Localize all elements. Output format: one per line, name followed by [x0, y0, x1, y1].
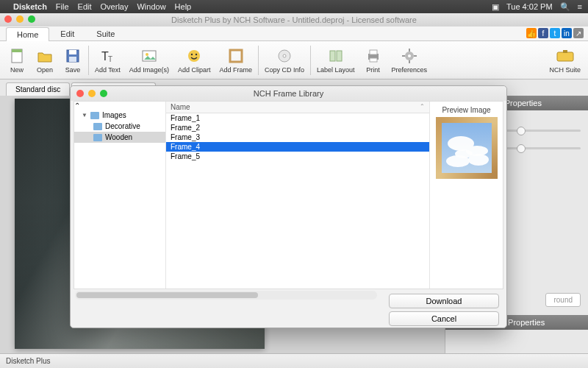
toolbar-copy-cd-info[interactable]: Copy CD Info	[260, 45, 309, 75]
mac-menubar: Disketch File Edit Overlay Window Help ▣…	[0, 0, 588, 13]
toolbar-preferences[interactable]: Preferences	[387, 45, 432, 75]
clock: Tue 4:02 PM	[506, 2, 553, 11]
round-button[interactable]: round	[545, 293, 581, 307]
toolbar-label: NCH Suite	[549, 66, 581, 74]
like-icon[interactable]: 👍	[526, 28, 537, 38]
toolbar-label-layout[interactable]: Label Layout	[312, 45, 359, 75]
preview-label: Preview Image	[442, 106, 490, 114]
toolbar-open[interactable]: Open	[31, 45, 59, 75]
menu-overlay[interactable]: Overlay	[101, 2, 129, 11]
toolbar-new[interactable]: New	[3, 45, 31, 75]
toolbar-label: Add Image(s)	[129, 66, 169, 74]
minimize-icon[interactable]	[16, 15, 24, 23]
tree-sort-icon[interactable]: ⌃	[74, 102, 80, 110]
svg-rect-27	[563, 50, 567, 53]
new-icon	[7, 46, 26, 66]
preview-image	[436, 117, 498, 179]
toolbar-add-clipart[interactable]: Add Clipart	[173, 45, 215, 75]
menu-app[interactable]: Disketch	[13, 2, 47, 11]
toolbar-label: Copy CD Info	[265, 66, 304, 74]
spotlight-icon[interactable]: 🔍	[560, 2, 570, 12]
toolbar-label: Save	[65, 66, 81, 74]
zoom-icon[interactable]	[28, 15, 35, 23]
toolbar-print[interactable]: Print	[359, 45, 387, 75]
ribbon-tab-edit[interactable]: Edit	[49, 26, 85, 40]
social-icons: 👍 f t in ↗	[526, 28, 584, 38]
toolbar-add-frame[interactable]: Add Frame	[215, 45, 257, 75]
open-icon	[35, 46, 54, 66]
toolbar-label: Add Clipart	[178, 66, 211, 74]
clipart-icon	[184, 46, 204, 66]
layout-icon	[326, 46, 345, 66]
save-icon	[63, 46, 82, 66]
tab-standard-disc[interactable]: Standard disc	[6, 82, 70, 96]
list-item[interactable]: Frame_2	[166, 123, 429, 132]
dialog-minimize-icon[interactable]	[88, 90, 96, 97]
print-icon	[364, 46, 383, 66]
svg-text:T: T	[108, 55, 112, 63]
list-item[interactable]: Frame_5	[166, 152, 429, 161]
list-item[interactable]: Frame_3	[166, 132, 429, 142]
tree-item-wooden[interactable]: Wooden	[74, 132, 165, 143]
list-sort-icon[interactable]: ⌃	[420, 103, 425, 111]
linkedin-icon[interactable]: in	[562, 28, 572, 38]
dialog-close-icon[interactable]	[76, 90, 84, 97]
toolbar-add-image-s-[interactable]: Add Image(s)	[125, 45, 173, 75]
frame-list[interactable]: Name⌃ Frame_1Frame_2Frame_3Frame_4Frame_…	[166, 102, 429, 289]
svg-rect-15	[330, 51, 335, 61]
tree-label: Wooden	[105, 133, 132, 141]
svg-rect-19	[370, 58, 377, 62]
folder-icon	[93, 123, 102, 130]
traffic-lights[interactable]	[4, 15, 35, 23]
svg-point-11	[196, 54, 197, 55]
preview-pane: Preview Image	[429, 102, 503, 289]
svg-point-10	[191, 54, 193, 55]
menu-extra-icon[interactable]: ≡	[578, 2, 582, 11]
tree-item-decorative[interactable]: Decorative	[74, 121, 165, 132]
toolbar-label: New	[10, 66, 24, 74]
toolbar-label: Add Frame	[219, 66, 252, 74]
frame-library-dialog: NCH Frame Library ⌃ ▼ImagesDecorativeWoo…	[70, 85, 507, 328]
tree-label: Images	[102, 111, 126, 119]
folder-icon	[93, 134, 102, 141]
list-item[interactable]: Frame_1	[166, 113, 429, 123]
airplay-icon[interactable]: ▣	[492, 2, 499, 12]
dialog-zoom-icon[interactable]	[100, 90, 107, 97]
window-titlebar: Disketch Plus by NCH Software - Untitled…	[0, 13, 588, 26]
list-header-name[interactable]: Name	[171, 103, 190, 111]
ribbon-tabs: Home Edit Suite 👍 f t in ↗	[0, 26, 588, 41]
folder-tree[interactable]: ⌃ ▼ImagesDecorativeWooden	[74, 102, 166, 289]
folder-icon	[90, 112, 99, 119]
prefs-icon	[400, 46, 419, 66]
menu-edit[interactable]: Edit	[78, 2, 92, 11]
tree-item-images[interactable]: ▼Images	[74, 110, 165, 121]
text-icon: TT	[98, 46, 117, 66]
toolbar-label: Print	[366, 66, 380, 74]
suite-icon	[556, 46, 575, 66]
svg-point-21	[408, 54, 411, 57]
cancel-button[interactable]: Cancel	[389, 311, 499, 326]
menu-window[interactable]: Window	[137, 2, 165, 11]
ribbon-tab-home[interactable]: Home	[6, 27, 49, 41]
menu-help[interactable]: Help	[175, 2, 192, 11]
svg-rect-26	[557, 52, 573, 61]
download-button[interactable]: Download	[389, 294, 499, 308]
close-icon[interactable]	[4, 15, 12, 23]
frame-icon	[226, 46, 245, 66]
list-item[interactable]: Frame_4	[166, 142, 429, 152]
toolbar-add-text[interactable]: TTAdd Text	[90, 45, 125, 75]
toolbar-label: Add Text	[95, 66, 121, 74]
share-icon[interactable]: ↗	[573, 28, 584, 38]
toolbar-save[interactable]: Save	[59, 45, 87, 75]
disclosure-icon[interactable]: ▼	[82, 112, 87, 118]
dialog-scrollbar[interactable]	[75, 291, 377, 300]
toolbar-label: Preferences	[392, 66, 428, 74]
svg-rect-1	[12, 49, 22, 52]
toolbar-nch-suite[interactable]: NCH Suite	[545, 45, 585, 75]
ribbon-tab-suite[interactable]: Suite	[85, 26, 126, 40]
menu-file[interactable]: File	[56, 2, 69, 11]
svg-rect-4	[69, 57, 76, 62]
toolbar-label: Label Layout	[317, 66, 355, 74]
twitter-icon[interactable]: t	[550, 28, 560, 38]
facebook-icon[interactable]: f	[538, 28, 548, 38]
